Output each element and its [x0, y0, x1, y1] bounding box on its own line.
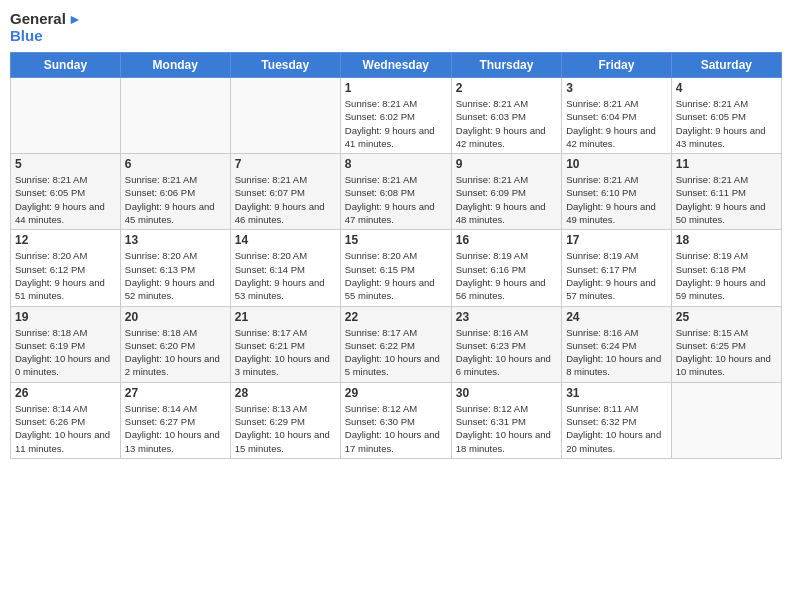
day-number: 10: [566, 157, 667, 171]
day-number: 5: [15, 157, 116, 171]
day-number: 21: [235, 310, 336, 324]
day-cell: 17Sunrise: 8:19 AM Sunset: 6:17 PM Dayli…: [562, 230, 672, 306]
day-info: Sunrise: 8:11 AM Sunset: 6:32 PM Dayligh…: [566, 402, 667, 455]
day-info: Sunrise: 8:20 AM Sunset: 6:15 PM Dayligh…: [345, 249, 447, 302]
day-info: Sunrise: 8:17 AM Sunset: 6:22 PM Dayligh…: [345, 326, 447, 379]
day-cell: 28Sunrise: 8:13 AM Sunset: 6:29 PM Dayli…: [230, 382, 340, 458]
day-info: Sunrise: 8:21 AM Sunset: 6:09 PM Dayligh…: [456, 173, 557, 226]
page: General ► Blue SundayMondayTuesdayWednes…: [0, 0, 792, 612]
weekday-header-wednesday: Wednesday: [340, 53, 451, 78]
day-cell: [671, 382, 781, 458]
day-number: 11: [676, 157, 777, 171]
day-info: Sunrise: 8:21 AM Sunset: 6:11 PM Dayligh…: [676, 173, 777, 226]
logo: General ► Blue: [10, 10, 82, 44]
day-number: 15: [345, 233, 447, 247]
day-info: Sunrise: 8:21 AM Sunset: 6:10 PM Dayligh…: [566, 173, 667, 226]
weekday-header-sunday: Sunday: [11, 53, 121, 78]
day-number: 27: [125, 386, 226, 400]
day-info: Sunrise: 8:15 AM Sunset: 6:25 PM Dayligh…: [676, 326, 777, 379]
day-cell: 3Sunrise: 8:21 AM Sunset: 6:04 PM Daylig…: [562, 78, 672, 154]
day-info: Sunrise: 8:16 AM Sunset: 6:23 PM Dayligh…: [456, 326, 557, 379]
day-info: Sunrise: 8:14 AM Sunset: 6:26 PM Dayligh…: [15, 402, 116, 455]
day-info: Sunrise: 8:21 AM Sunset: 6:05 PM Dayligh…: [676, 97, 777, 150]
weekday-header-saturday: Saturday: [671, 53, 781, 78]
day-cell: 31Sunrise: 8:11 AM Sunset: 6:32 PM Dayli…: [562, 382, 672, 458]
day-cell: 26Sunrise: 8:14 AM Sunset: 6:26 PM Dayli…: [11, 382, 121, 458]
day-cell: 18Sunrise: 8:19 AM Sunset: 6:18 PM Dayli…: [671, 230, 781, 306]
day-info: Sunrise: 8:12 AM Sunset: 6:31 PM Dayligh…: [456, 402, 557, 455]
day-number: 24: [566, 310, 667, 324]
day-cell: [11, 78, 121, 154]
weekday-header-friday: Friday: [562, 53, 672, 78]
week-row-5: 26Sunrise: 8:14 AM Sunset: 6:26 PM Dayli…: [11, 382, 782, 458]
day-cell: 29Sunrise: 8:12 AM Sunset: 6:30 PM Dayli…: [340, 382, 451, 458]
weekday-header-row: SundayMondayTuesdayWednesdayThursdayFrid…: [11, 53, 782, 78]
day-number: 9: [456, 157, 557, 171]
day-number: 4: [676, 81, 777, 95]
day-info: Sunrise: 8:20 AM Sunset: 6:12 PM Dayligh…: [15, 249, 116, 302]
day-info: Sunrise: 8:21 AM Sunset: 6:02 PM Dayligh…: [345, 97, 447, 150]
day-number: 6: [125, 157, 226, 171]
day-number: 22: [345, 310, 447, 324]
day-cell: 30Sunrise: 8:12 AM Sunset: 6:31 PM Dayli…: [451, 382, 561, 458]
weekday-header-tuesday: Tuesday: [230, 53, 340, 78]
day-info: Sunrise: 8:19 AM Sunset: 6:16 PM Dayligh…: [456, 249, 557, 302]
day-cell: 16Sunrise: 8:19 AM Sunset: 6:16 PM Dayli…: [451, 230, 561, 306]
day-info: Sunrise: 8:18 AM Sunset: 6:19 PM Dayligh…: [15, 326, 116, 379]
week-row-4: 19Sunrise: 8:18 AM Sunset: 6:19 PM Dayli…: [11, 306, 782, 382]
day-cell: [120, 78, 230, 154]
day-cell: 24Sunrise: 8:16 AM Sunset: 6:24 PM Dayli…: [562, 306, 672, 382]
day-cell: 27Sunrise: 8:14 AM Sunset: 6:27 PM Dayli…: [120, 382, 230, 458]
logo-blue: Blue: [10, 27, 43, 44]
day-number: 30: [456, 386, 557, 400]
day-cell: 23Sunrise: 8:16 AM Sunset: 6:23 PM Dayli…: [451, 306, 561, 382]
day-info: Sunrise: 8:12 AM Sunset: 6:30 PM Dayligh…: [345, 402, 447, 455]
day-cell: 2Sunrise: 8:21 AM Sunset: 6:03 PM Daylig…: [451, 78, 561, 154]
week-row-2: 5Sunrise: 8:21 AM Sunset: 6:05 PM Daylig…: [11, 154, 782, 230]
logo-general: General: [10, 10, 66, 27]
day-number: 2: [456, 81, 557, 95]
day-number: 28: [235, 386, 336, 400]
day-cell: 4Sunrise: 8:21 AM Sunset: 6:05 PM Daylig…: [671, 78, 781, 154]
day-number: 13: [125, 233, 226, 247]
day-info: Sunrise: 8:21 AM Sunset: 6:08 PM Dayligh…: [345, 173, 447, 226]
week-row-1: 1Sunrise: 8:21 AM Sunset: 6:02 PM Daylig…: [11, 78, 782, 154]
day-info: Sunrise: 8:13 AM Sunset: 6:29 PM Dayligh…: [235, 402, 336, 455]
day-info: Sunrise: 8:21 AM Sunset: 6:07 PM Dayligh…: [235, 173, 336, 226]
day-info: Sunrise: 8:21 AM Sunset: 6:04 PM Dayligh…: [566, 97, 667, 150]
day-cell: 1Sunrise: 8:21 AM Sunset: 6:02 PM Daylig…: [340, 78, 451, 154]
day-info: Sunrise: 8:18 AM Sunset: 6:20 PM Dayligh…: [125, 326, 226, 379]
day-number: 29: [345, 386, 447, 400]
day-cell: 6Sunrise: 8:21 AM Sunset: 6:06 PM Daylig…: [120, 154, 230, 230]
day-cell: 25Sunrise: 8:15 AM Sunset: 6:25 PM Dayli…: [671, 306, 781, 382]
header: General ► Blue: [10, 10, 782, 44]
day-cell: 15Sunrise: 8:20 AM Sunset: 6:15 PM Dayli…: [340, 230, 451, 306]
day-cell: 10Sunrise: 8:21 AM Sunset: 6:10 PM Dayli…: [562, 154, 672, 230]
day-cell: 19Sunrise: 8:18 AM Sunset: 6:19 PM Dayli…: [11, 306, 121, 382]
day-info: Sunrise: 8:21 AM Sunset: 6:06 PM Dayligh…: [125, 173, 226, 226]
day-cell: [230, 78, 340, 154]
week-row-3: 12Sunrise: 8:20 AM Sunset: 6:12 PM Dayli…: [11, 230, 782, 306]
day-info: Sunrise: 8:20 AM Sunset: 6:13 PM Dayligh…: [125, 249, 226, 302]
day-number: 8: [345, 157, 447, 171]
weekday-header-thursday: Thursday: [451, 53, 561, 78]
day-cell: 20Sunrise: 8:18 AM Sunset: 6:20 PM Dayli…: [120, 306, 230, 382]
day-number: 7: [235, 157, 336, 171]
day-number: 25: [676, 310, 777, 324]
day-cell: 22Sunrise: 8:17 AM Sunset: 6:22 PM Dayli…: [340, 306, 451, 382]
day-cell: 11Sunrise: 8:21 AM Sunset: 6:11 PM Dayli…: [671, 154, 781, 230]
day-cell: 12Sunrise: 8:20 AM Sunset: 6:12 PM Dayli…: [11, 230, 121, 306]
day-info: Sunrise: 8:21 AM Sunset: 6:05 PM Dayligh…: [15, 173, 116, 226]
day-number: 19: [15, 310, 116, 324]
day-info: Sunrise: 8:21 AM Sunset: 6:03 PM Dayligh…: [456, 97, 557, 150]
day-number: 23: [456, 310, 557, 324]
day-number: 20: [125, 310, 226, 324]
day-info: Sunrise: 8:16 AM Sunset: 6:24 PM Dayligh…: [566, 326, 667, 379]
calendar-table: SundayMondayTuesdayWednesdayThursdayFrid…: [10, 52, 782, 459]
day-number: 26: [15, 386, 116, 400]
day-info: Sunrise: 8:20 AM Sunset: 6:14 PM Dayligh…: [235, 249, 336, 302]
day-number: 14: [235, 233, 336, 247]
day-cell: 7Sunrise: 8:21 AM Sunset: 6:07 PM Daylig…: [230, 154, 340, 230]
day-cell: 13Sunrise: 8:20 AM Sunset: 6:13 PM Dayli…: [120, 230, 230, 306]
day-cell: 14Sunrise: 8:20 AM Sunset: 6:14 PM Dayli…: [230, 230, 340, 306]
